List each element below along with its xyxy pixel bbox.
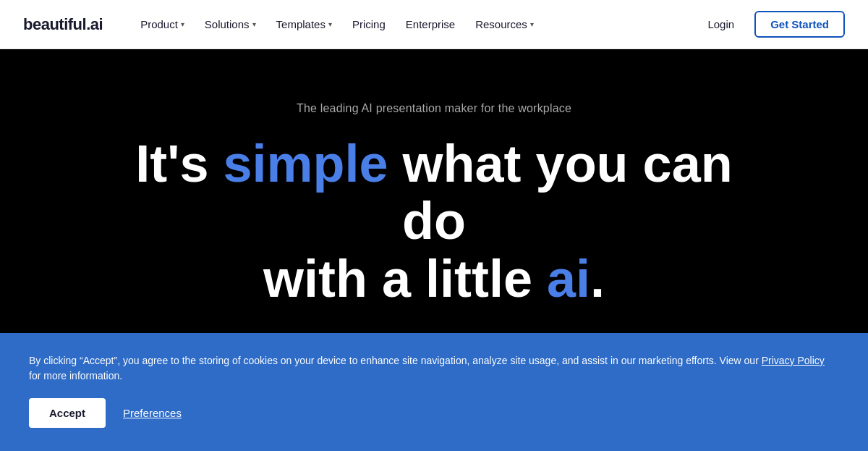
nav-item-resources[interactable]: Resources ▾ (467, 12, 542, 36)
nav-item-pricing[interactable]: Pricing (344, 12, 394, 36)
hero-title-ai: ai (547, 250, 590, 308)
hero-title-end: . (590, 250, 605, 308)
cookie-banner: By clicking “Accept”, you agree to the s… (0, 333, 868, 451)
nav-actions: Login Get Started (699, 11, 845, 38)
nav-links: Product ▾ Solutions ▾ Templates ▾ Pricin… (132, 12, 699, 36)
hero-subtitle: The leading AI presentation maker for th… (297, 102, 571, 115)
nav-item-resources-label: Resources (475, 18, 527, 30)
get-started-button[interactable]: Get Started (754, 11, 845, 38)
hero-title-part2: what you can do (388, 135, 733, 250)
chevron-down-icon: ▾ (530, 20, 534, 28)
privacy-policy-link[interactable]: Privacy Policy (762, 355, 825, 366)
cookie-text: By clicking “Accept”, you agree to the s… (29, 353, 825, 384)
hero-section: The leading AI presentation maker for th… (0, 49, 868, 361)
cookie-text-after: for more information. (29, 370, 122, 382)
nav-item-templates[interactable]: Templates ▾ (268, 12, 341, 36)
nav-item-enterprise[interactable]: Enterprise (397, 12, 464, 36)
nav-item-enterprise-label: Enterprise (406, 18, 455, 30)
cookie-text-before: By clicking “Accept”, you agree to the s… (29, 355, 762, 366)
hero-title-part1: It's (135, 135, 223, 193)
login-button[interactable]: Login (699, 12, 743, 36)
logo[interactable]: beautiful.ai (23, 15, 103, 34)
nav-item-templates-label: Templates (276, 18, 326, 30)
chevron-down-icon: ▾ (328, 20, 332, 28)
nav-item-solutions[interactable]: Solutions ▾ (196, 12, 265, 36)
hero-title: It's simple what you can do with a littl… (109, 135, 760, 308)
accept-button[interactable]: Accept (29, 398, 106, 428)
nav-item-product[interactable]: Product ▾ (132, 12, 193, 36)
cookie-actions: Accept Preferences (29, 398, 839, 428)
chevron-down-icon: ▾ (181, 20, 184, 28)
preferences-link[interactable]: Preferences (123, 407, 182, 419)
hero-title-part3: with a little (263, 250, 547, 308)
nav-item-solutions-label: Solutions (205, 18, 250, 30)
chevron-down-icon: ▾ (252, 20, 256, 28)
nav-item-product-label: Product (140, 18, 178, 30)
nav-item-pricing-label: Pricing (352, 18, 386, 30)
navbar: beautiful.ai Product ▾ Solutions ▾ Templ… (0, 0, 868, 49)
hero-title-simple: simple (223, 135, 388, 193)
